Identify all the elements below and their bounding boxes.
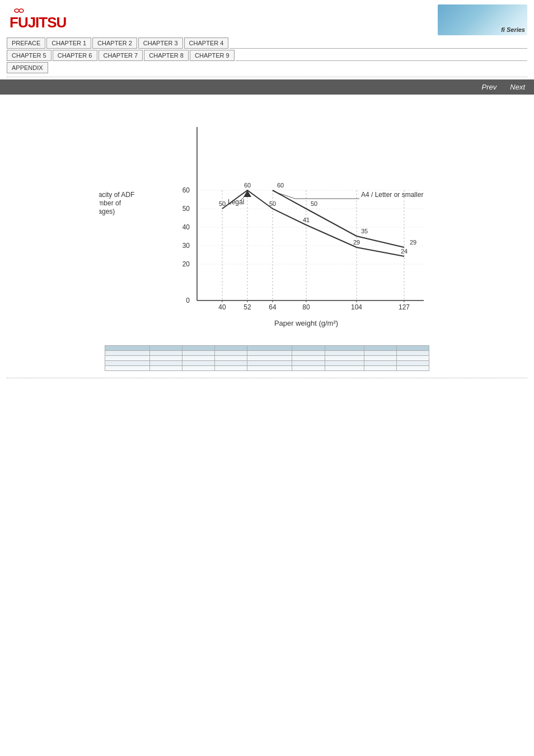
svg-text:80: 80 <box>302 303 310 311</box>
table-cell <box>150 356 182 361</box>
table-cell <box>105 356 150 361</box>
brand-image: fi Series <box>438 4 527 35</box>
bottom-separator <box>7 378 527 378</box>
table-cell <box>215 361 247 366</box>
svg-text:40: 40 <box>182 223 190 231</box>
next-button[interactable]: Next <box>508 82 527 92</box>
table-cell <box>105 361 150 366</box>
svg-text:60: 60 <box>277 182 284 189</box>
nav-chapter5[interactable]: CHAPTER 5 <box>7 50 51 61</box>
prevnext-bar: Prev Next <box>0 79 534 95</box>
navigation: PREFACE CHAPTER 1 CHAPTER 2 CHAPTER 3 CH… <box>0 35 534 74</box>
nav-chapter9[interactable]: CHAPTER 9 <box>190 50 235 61</box>
svg-text:60: 60 <box>182 186 190 194</box>
table-header-cell <box>150 346 182 351</box>
svg-text:20: 20 <box>182 260 190 268</box>
svg-text:Capacity of ADF: Capacity of ADF <box>99 191 134 199</box>
table-cell <box>364 351 396 356</box>
table-cell <box>325 356 364 361</box>
table-cell <box>396 351 429 356</box>
svg-text:52: 52 <box>243 303 251 311</box>
table-cell <box>247 351 292 356</box>
svg-text:41: 41 <box>303 217 310 223</box>
svg-point-0 <box>15 9 19 12</box>
table-cell <box>325 361 364 366</box>
table-cell <box>182 356 215 361</box>
table-row <box>105 361 429 366</box>
table-cell <box>364 356 396 361</box>
svg-text:Paper weight (g/m²): Paper weight (g/m²) <box>274 319 338 327</box>
svg-text:(number of: (number of <box>99 199 121 207</box>
table-header-cell <box>182 346 215 351</box>
svg-text:50: 50 <box>182 205 190 213</box>
table-header-cell <box>396 346 429 351</box>
table-cell <box>396 361 429 366</box>
table-header-cell <box>247 346 292 351</box>
adf-chart: Capacity of ADF (number of pages) 0 20 3… <box>99 110 446 334</box>
table-cell <box>182 361 215 366</box>
table-header-cell <box>292 346 325 351</box>
nav-chapter1[interactable]: CHAPTER 1 <box>46 37 91 49</box>
svg-text:40: 40 <box>218 303 226 311</box>
svg-text:30: 30 <box>182 242 190 250</box>
table-cell <box>150 351 182 356</box>
svg-text:50: 50 <box>269 200 276 207</box>
svg-text:50: 50 <box>219 200 226 207</box>
nav-appendix[interactable]: APPENDIX <box>7 62 48 73</box>
table-cell <box>105 351 150 356</box>
table-cell <box>247 366 292 371</box>
table-cell <box>325 351 364 356</box>
fujitsu-logo: FUJITSU <box>7 6 68 34</box>
table-cell <box>150 366 182 371</box>
table-row <box>105 356 429 361</box>
nav-chapter7[interactable]: CHAPTER 7 <box>99 50 143 61</box>
table-cell <box>292 366 325 371</box>
table-cell <box>325 366 364 371</box>
nav-chapter6[interactable]: CHAPTER 6 <box>53 50 97 61</box>
table-cell <box>215 366 247 371</box>
table-cell <box>364 366 396 371</box>
svg-text:29: 29 <box>353 239 360 246</box>
data-table <box>105 345 429 371</box>
table-cell <box>292 351 325 356</box>
nav-chapter3[interactable]: CHAPTER 3 <box>138 37 183 49</box>
svg-text:FUJITSU: FUJITSU <box>10 14 67 31</box>
nav-chapter8[interactable]: CHAPTER 8 <box>144 50 189 61</box>
table-row <box>105 351 429 356</box>
svg-text:60: 60 <box>244 182 251 189</box>
header: FUJITSU fi Series <box>0 0 534 35</box>
table-header-cell <box>325 346 364 351</box>
table-cell <box>247 356 292 361</box>
svg-text:pages): pages) <box>99 208 115 215</box>
table-cell <box>150 361 182 366</box>
table-header-cell <box>364 346 396 351</box>
nav-chapter4[interactable]: CHAPTER 4 <box>184 37 229 49</box>
table-cell <box>364 361 396 366</box>
table-header-cell <box>215 346 247 351</box>
prev-button[interactable]: Prev <box>480 82 499 92</box>
table-cell <box>105 366 150 371</box>
nav-chapter2[interactable]: CHAPTER 2 <box>92 37 137 49</box>
table-header-row <box>105 346 429 351</box>
svg-text:104: 104 <box>351 303 362 311</box>
table-cell <box>396 356 429 361</box>
svg-text:35: 35 <box>361 228 368 234</box>
logo: FUJITSU <box>7 6 68 34</box>
nav-preface[interactable]: PREFACE <box>7 37 45 49</box>
svg-point-1 <box>19 9 24 12</box>
table-row <box>105 366 429 371</box>
table-cell <box>396 366 429 371</box>
fi-series-label: fi Series <box>501 26 525 33</box>
svg-text:50: 50 <box>311 200 317 207</box>
nav-row-1: PREFACE CHAPTER 1 CHAPTER 2 CHAPTER 3 CH… <box>7 37 527 50</box>
table-cell <box>292 356 325 361</box>
table-header-cell <box>105 346 150 351</box>
svg-text:64: 64 <box>269 303 277 311</box>
svg-text:127: 127 <box>399 303 410 311</box>
table-cell <box>215 351 247 356</box>
table-cell <box>182 366 215 371</box>
svg-text:A4 / Letter or smaller: A4 / Letter or smaller <box>361 191 423 199</box>
data-table-container <box>105 345 429 371</box>
table-cell <box>292 361 325 366</box>
svg-text:29: 29 <box>410 239 416 246</box>
